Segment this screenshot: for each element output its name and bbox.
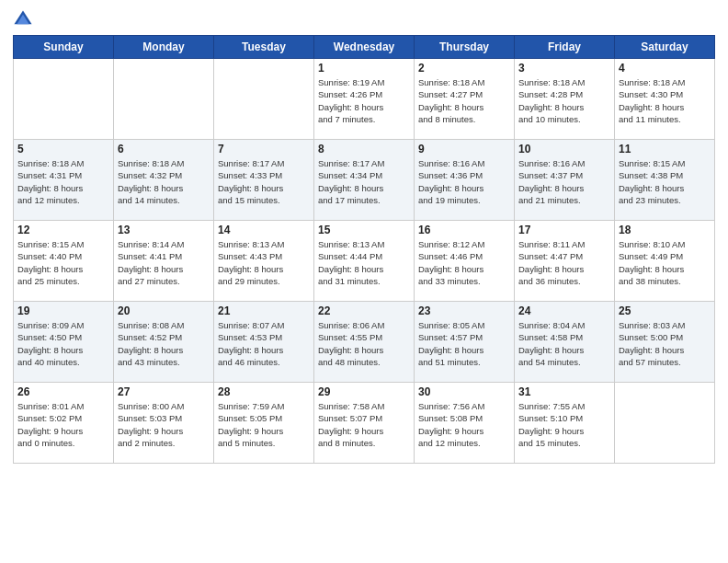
day-info: Sunrise: 8:19 AM Sunset: 4:26 PM Dayligh…	[318, 76, 410, 125]
weekday-header: Thursday	[415, 36, 515, 59]
calendar-cell: 12Sunrise: 8:15 AM Sunset: 4:40 PM Dayli…	[14, 221, 114, 302]
day-number: 11	[619, 143, 711, 155]
day-number: 16	[418, 224, 510, 236]
calendar-cell: 7Sunrise: 8:17 AM Sunset: 4:33 PM Daylig…	[214, 140, 314, 221]
day-number: 21	[218, 304, 310, 317]
weekday-header: Saturday	[615, 36, 715, 59]
day-info: Sunrise: 8:00 AM Sunset: 5:03 PM Dayligh…	[118, 400, 210, 449]
calendar-cell: 31Sunrise: 7:55 AM Sunset: 5:10 PM Dayli…	[515, 383, 615, 464]
day-info: Sunrise: 8:16 AM Sunset: 4:36 PM Dayligh…	[418, 157, 510, 206]
calendar-header-row: SundayMondayTuesdayWednesdayThursdayFrid…	[14, 36, 715, 59]
day-number: 27	[118, 385, 210, 398]
day-number: 14	[218, 224, 310, 236]
weekday-header: Monday	[114, 36, 214, 59]
page: SundayMondayTuesdayWednesdayThursdayFrid…	[0, 0, 728, 563]
calendar-cell: 19Sunrise: 8:09 AM Sunset: 4:50 PM Dayli…	[14, 302, 114, 383]
calendar-cell: 13Sunrise: 8:14 AM Sunset: 4:41 PM Dayli…	[114, 221, 214, 302]
day-info: Sunrise: 7:58 AM Sunset: 5:07 PM Dayligh…	[318, 400, 410, 449]
day-number: 1	[318, 62, 410, 75]
day-info: Sunrise: 8:09 AM Sunset: 4:50 PM Dayligh…	[17, 319, 109, 368]
day-number: 5	[17, 143, 109, 155]
day-number: 22	[318, 304, 410, 317]
logo-icon	[13, 9, 33, 29]
day-info: Sunrise: 7:56 AM Sunset: 5:08 PM Dayligh…	[418, 400, 510, 449]
header	[13, 9, 715, 29]
day-number: 15	[318, 224, 410, 236]
calendar-cell	[615, 383, 715, 464]
day-number: 3	[518, 62, 610, 75]
day-number: 31	[518, 385, 610, 398]
calendar-week-row: 12Sunrise: 8:15 AM Sunset: 4:40 PM Dayli…	[14, 221, 715, 302]
weekday-header: Wednesday	[314, 36, 415, 59]
day-info: Sunrise: 8:11 AM Sunset: 4:47 PM Dayligh…	[518, 238, 610, 287]
day-number: 23	[418, 304, 510, 317]
day-number: 7	[218, 143, 310, 155]
day-info: Sunrise: 8:18 AM Sunset: 4:27 PM Dayligh…	[418, 76, 510, 125]
day-number: 9	[418, 143, 510, 155]
calendar-week-row: 1Sunrise: 8:19 AM Sunset: 4:26 PM Daylig…	[14, 59, 715, 140]
day-info: Sunrise: 8:12 AM Sunset: 4:46 PM Dayligh…	[418, 238, 510, 287]
day-info: Sunrise: 7:59 AM Sunset: 5:05 PM Dayligh…	[218, 400, 310, 449]
day-info: Sunrise: 8:15 AM Sunset: 4:40 PM Dayligh…	[17, 238, 109, 287]
calendar-cell	[114, 59, 214, 140]
calendar-week-row: 5Sunrise: 8:18 AM Sunset: 4:31 PM Daylig…	[14, 140, 715, 221]
day-info: Sunrise: 8:18 AM Sunset: 4:31 PM Dayligh…	[17, 157, 109, 206]
day-info: Sunrise: 8:17 AM Sunset: 4:33 PM Dayligh…	[218, 157, 310, 206]
calendar-cell: 1Sunrise: 8:19 AM Sunset: 4:26 PM Daylig…	[314, 59, 415, 140]
weekday-header: Sunday	[14, 36, 114, 59]
calendar-cell: 22Sunrise: 8:06 AM Sunset: 4:55 PM Dayli…	[314, 302, 415, 383]
day-number: 13	[118, 224, 210, 236]
calendar-week-row: 26Sunrise: 8:01 AM Sunset: 5:02 PM Dayli…	[14, 383, 715, 464]
day-info: Sunrise: 8:16 AM Sunset: 4:37 PM Dayligh…	[518, 157, 610, 206]
calendar-cell: 14Sunrise: 8:13 AM Sunset: 4:43 PM Dayli…	[214, 221, 314, 302]
calendar-cell	[14, 59, 114, 140]
day-number: 6	[118, 143, 210, 155]
calendar-cell: 9Sunrise: 8:16 AM Sunset: 4:36 PM Daylig…	[415, 140, 515, 221]
day-info: Sunrise: 8:13 AM Sunset: 4:43 PM Dayligh…	[218, 238, 310, 287]
calendar-cell: 2Sunrise: 8:18 AM Sunset: 4:27 PM Daylig…	[415, 59, 515, 140]
calendar-cell: 5Sunrise: 8:18 AM Sunset: 4:31 PM Daylig…	[14, 140, 114, 221]
day-info: Sunrise: 7:55 AM Sunset: 5:10 PM Dayligh…	[518, 400, 610, 449]
day-info: Sunrise: 8:17 AM Sunset: 4:34 PM Dayligh…	[318, 157, 410, 206]
calendar-cell: 10Sunrise: 8:16 AM Sunset: 4:37 PM Dayli…	[515, 140, 615, 221]
day-number: 2	[418, 62, 510, 75]
calendar-cell: 6Sunrise: 8:18 AM Sunset: 4:32 PM Daylig…	[114, 140, 214, 221]
calendar-cell: 16Sunrise: 8:12 AM Sunset: 4:46 PM Dayli…	[415, 221, 515, 302]
day-info: Sunrise: 8:18 AM Sunset: 4:30 PM Dayligh…	[619, 76, 711, 125]
calendar-cell: 30Sunrise: 7:56 AM Sunset: 5:08 PM Dayli…	[415, 383, 515, 464]
day-number: 26	[17, 385, 109, 398]
day-number: 4	[619, 62, 711, 75]
day-info: Sunrise: 8:03 AM Sunset: 5:00 PM Dayligh…	[619, 319, 711, 368]
calendar-cell: 28Sunrise: 7:59 AM Sunset: 5:05 PM Dayli…	[214, 383, 314, 464]
logo	[13, 9, 37, 29]
day-number: 28	[218, 385, 310, 398]
day-info: Sunrise: 8:18 AM Sunset: 4:28 PM Dayligh…	[518, 76, 610, 125]
calendar-week-row: 19Sunrise: 8:09 AM Sunset: 4:50 PM Dayli…	[14, 302, 715, 383]
day-number: 20	[118, 304, 210, 317]
calendar-cell: 24Sunrise: 8:04 AM Sunset: 4:58 PM Dayli…	[515, 302, 615, 383]
day-number: 18	[619, 224, 711, 236]
calendar-cell: 18Sunrise: 8:10 AM Sunset: 4:49 PM Dayli…	[615, 221, 715, 302]
day-number: 29	[318, 385, 410, 398]
day-number: 8	[318, 143, 410, 155]
calendar-cell: 3Sunrise: 8:18 AM Sunset: 4:28 PM Daylig…	[515, 59, 615, 140]
day-number: 30	[418, 385, 510, 398]
day-number: 19	[17, 304, 109, 317]
calendar: SundayMondayTuesdayWednesdayThursdayFrid…	[13, 35, 715, 464]
day-info: Sunrise: 8:06 AM Sunset: 4:55 PM Dayligh…	[318, 319, 410, 368]
day-info: Sunrise: 8:08 AM Sunset: 4:52 PM Dayligh…	[118, 319, 210, 368]
day-info: Sunrise: 8:13 AM Sunset: 4:44 PM Dayligh…	[318, 238, 410, 287]
calendar-cell: 23Sunrise: 8:05 AM Sunset: 4:57 PM Dayli…	[415, 302, 515, 383]
calendar-cell: 26Sunrise: 8:01 AM Sunset: 5:02 PM Dayli…	[14, 383, 114, 464]
day-number: 12	[17, 224, 109, 236]
day-info: Sunrise: 8:18 AM Sunset: 4:32 PM Dayligh…	[118, 157, 210, 206]
calendar-cell: 25Sunrise: 8:03 AM Sunset: 5:00 PM Dayli…	[615, 302, 715, 383]
calendar-cell: 15Sunrise: 8:13 AM Sunset: 4:44 PM Dayli…	[314, 221, 415, 302]
day-info: Sunrise: 8:15 AM Sunset: 4:38 PM Dayligh…	[619, 157, 711, 206]
day-number: 25	[619, 304, 711, 317]
day-number: 10	[518, 143, 610, 155]
calendar-cell: 8Sunrise: 8:17 AM Sunset: 4:34 PM Daylig…	[314, 140, 415, 221]
calendar-cell: 11Sunrise: 8:15 AM Sunset: 4:38 PM Dayli…	[615, 140, 715, 221]
calendar-cell: 27Sunrise: 8:00 AM Sunset: 5:03 PM Dayli…	[114, 383, 214, 464]
calendar-cell: 17Sunrise: 8:11 AM Sunset: 4:47 PM Dayli…	[515, 221, 615, 302]
